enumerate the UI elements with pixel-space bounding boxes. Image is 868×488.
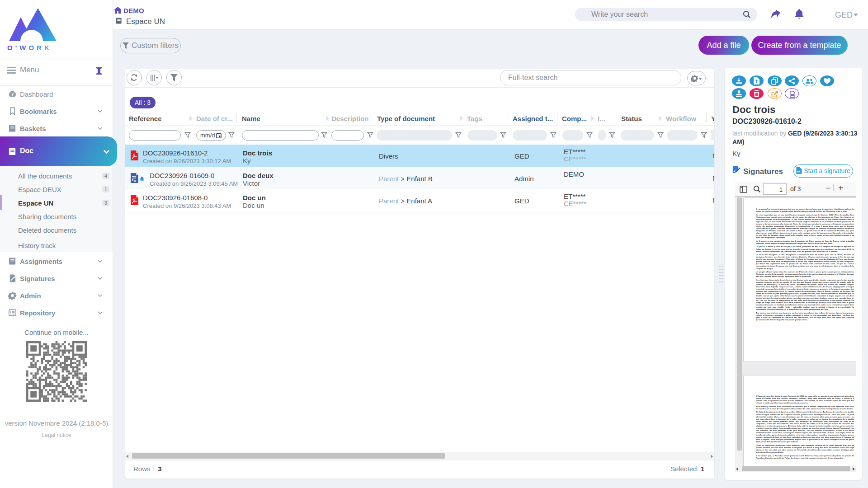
svg-text:O'WORK: O'WORK: [7, 44, 52, 52]
svg-text:w: w: [133, 179, 137, 182]
